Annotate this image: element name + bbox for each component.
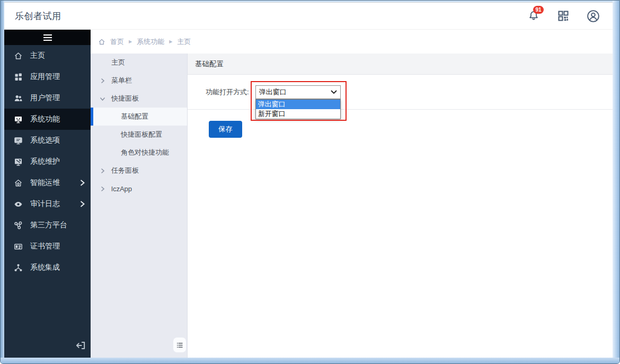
notifications-button[interactable]: 91: [527, 9, 541, 23]
form-row: 功能打开方式: 弹出窗口 弹出窗口: [188, 75, 613, 110]
list-icon: [176, 341, 184, 349]
breadcrumb-item[interactable]: 首页: [110, 37, 124, 47]
sidebar-item-label: 用户管理: [30, 93, 85, 103]
primary-sidebar: 主页 应用管理: [4, 30, 91, 358]
sidebar-collapse-toggle[interactable]: [4, 30, 91, 45]
chevron-right-icon: [100, 168, 105, 174]
qr-code-icon: [557, 10, 570, 22]
select-value: 弹出窗口: [259, 87, 331, 97]
sidebar-item-label: 证书管理: [30, 242, 85, 251]
app-title: 乐创者试用: [15, 10, 61, 22]
breadcrumb-separator-icon: ▶: [129, 39, 132, 44]
save-button[interactable]: 保存: [209, 121, 242, 138]
submenu-item-label: 快捷面板配置: [121, 130, 162, 139]
chevron-down-icon: [100, 96, 105, 102]
certificate-icon: [14, 242, 23, 251]
breadcrumb-bar: 首页 ▶ 系统功能 ▶ 主页: [91, 30, 613, 54]
submenu-item-quick-panel-config[interactable]: 快捷面板配置: [91, 126, 187, 144]
breadcrumb-item[interactable]: 系统功能: [137, 37, 164, 47]
sidebar-item-system-maintenance[interactable]: 系统维护: [4, 151, 91, 172]
submenu-item-label: 角色对快捷功能: [121, 148, 169, 157]
submenu-item-quick-panel[interactable]: 快捷面板: [91, 90, 187, 108]
sidebar-item-certificate-management[interactable]: 证书管理: [4, 236, 91, 257]
breadcrumb-item[interactable]: 主页: [177, 37, 191, 47]
submenu-item-basic-config[interactable]: 基础配置: [91, 108, 187, 126]
chevron-right-icon: [80, 180, 85, 186]
breadcrumb-separator-icon: ▶: [169, 39, 172, 44]
open-mode-label: 功能打开方式:: [206, 87, 249, 97]
apps-icon: [14, 73, 23, 82]
user-profile-button[interactable]: [586, 9, 600, 23]
user-avatar-icon: [586, 9, 600, 23]
submenu-item-label: 菜单栏: [111, 76, 132, 85]
sidebar-item-label: 主页: [30, 51, 85, 60]
config-panel: 功能打开方式: 弹出窗口 弹出窗口: [188, 75, 613, 358]
dropdown-option-popup[interactable]: 弹出窗口: [256, 100, 340, 109]
window-frame-bottom: [1, 358, 619, 363]
breadcrumb-home-icon: [98, 38, 105, 46]
page-title-bar: 基础配置: [188, 54, 613, 75]
app-root: 乐创者试用 91: [4, 2, 613, 358]
eye-icon: [14, 200, 23, 209]
collapse-arrow-icon: [75, 340, 86, 351]
sidebar-item-home[interactable]: 主页: [4, 45, 91, 66]
submenu-item-task-panel[interactable]: 任务面板: [91, 162, 187, 180]
system-icon: [14, 115, 23, 124]
sidebar-item-label: 第三方平台: [30, 220, 85, 230]
page-title: 基础配置: [195, 59, 224, 69]
submenu-item-role-quick-functions[interactable]: 角色对快捷功能: [91, 144, 187, 162]
sidebar-item-third-party[interactable]: 第三方平台: [4, 215, 91, 236]
sidebar-item-user-management[interactable]: 用户管理: [4, 87, 91, 109]
button-row: 保存: [188, 110, 613, 138]
chevron-down-icon: [331, 90, 337, 94]
app-window: 乐创者试用 91: [0, 0, 620, 364]
submenu-item-label: 基础配置: [121, 112, 148, 121]
chevron-right-icon: [100, 186, 105, 192]
submenu-item-label: 主页: [111, 58, 125, 67]
share-icon: [14, 221, 23, 230]
submenu-item-label: 快捷面板: [111, 94, 139, 103]
sidebar-item-label: 系统选项: [30, 136, 85, 145]
dropdown-option-new-window[interactable]: 新开窗口: [256, 109, 340, 119]
hamburger-icon: [43, 34, 52, 41]
sidebar-item-label: 系统维护: [30, 157, 85, 166]
submenu-item-menu-bar[interactable]: 菜单栏: [91, 72, 187, 90]
monitor-icon: [14, 136, 23, 145]
users-icon: [14, 94, 23, 103]
sidebar-item-system-options[interactable]: 系统选项: [4, 130, 91, 151]
header-icons: 91: [527, 9, 600, 23]
breadcrumb: 首页 ▶ 系统功能 ▶ 主页: [98, 37, 191, 47]
submenu-item-home[interactable]: 主页: [91, 54, 187, 72]
home-icon: [14, 51, 23, 60]
notification-badge: 91: [533, 6, 544, 14]
sidebar-item-label: 应用管理: [30, 72, 85, 82]
integration-icon: [14, 263, 23, 272]
chevron-right-icon: [80, 201, 85, 207]
main-content: 基础配置 功能打开方式: 弹出窗口: [188, 54, 613, 358]
sidebar-exit-button[interactable]: [75, 340, 86, 351]
submenu-panel-toggle-button[interactable]: [173, 338, 186, 352]
sidebar-item-system-integration[interactable]: 系统集成: [4, 257, 91, 278]
submenu-item-lczapp[interactable]: lczApp: [91, 180, 187, 198]
window-frame-left: [1, 1, 4, 363]
chevron-right-icon: [100, 78, 105, 84]
sidebar-item-app-management[interactable]: 应用管理: [4, 66, 91, 87]
sidebar-item-system-functions[interactable]: 系统功能: [4, 109, 91, 130]
sidebar-item-smart-ops[interactable]: 智能运维: [4, 172, 91, 193]
sidebar-item-label: 智能运维: [30, 178, 80, 188]
sidebar-item-label: 系统功能: [30, 114, 85, 124]
maintenance-icon: [14, 157, 23, 166]
top-header: 乐创者试用 91: [4, 3, 613, 30]
sidebar-item-label: 系统集成: [30, 263, 85, 272]
sidebar-item-label: 审计日志: [30, 199, 80, 209]
secondary-sidebar: 主页 菜单栏 快捷面板: [91, 54, 188, 358]
smart-ops-icon: [14, 179, 23, 188]
open-mode-select[interactable]: 弹出窗口: [255, 85, 341, 99]
sidebar-item-audit-logs[interactable]: 审计日志: [4, 193, 91, 215]
qr-code-button[interactable]: [556, 9, 570, 23]
submenu-item-label: 任务面板: [111, 166, 139, 175]
submenu-item-label: lczApp: [111, 185, 132, 193]
window-frame-right: [613, 1, 619, 363]
open-mode-dropdown-list: 弹出窗口 新开窗口: [255, 99, 341, 119]
